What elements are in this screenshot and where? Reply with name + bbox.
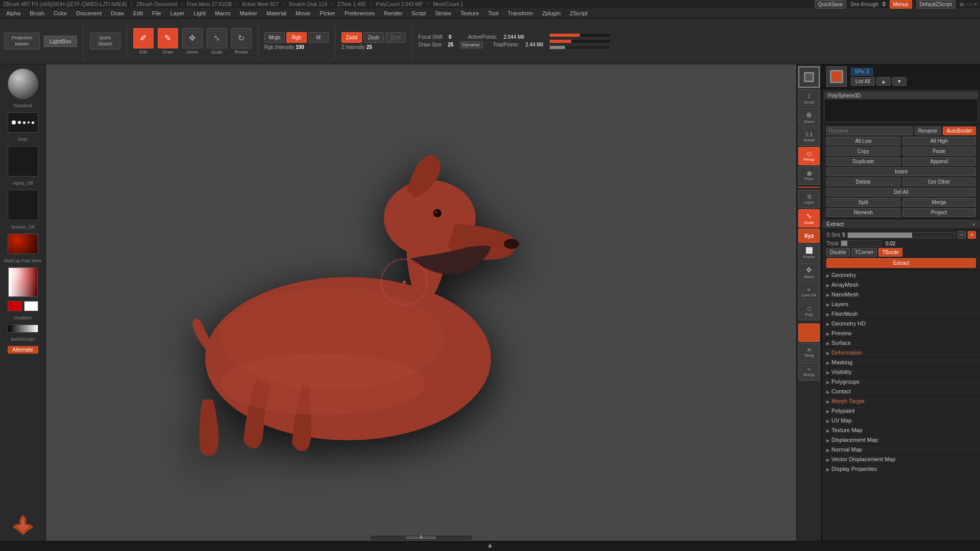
menu-brush[interactable]: Brush: [26, 9, 48, 17]
draw-button[interactable]: ✎: [158, 28, 178, 48]
split-button[interactable]: Split: [826, 198, 900, 207]
menus-button[interactable]: Menus: [890, 0, 912, 9]
actual-button[interactable]: 1:1 Actual: [798, 128, 820, 146]
line-fill-button[interactable]: ≡ Line Fill: [798, 283, 820, 301]
mrgb-button[interactable]: Mrgb: [264, 32, 285, 43]
secondary-color-swatch[interactable]: [24, 301, 38, 311]
z-intensity-slider[interactable]: [549, 45, 610, 49]
zcut-button[interactable]: Zcut: [385, 32, 406, 43]
dynamic-button[interactable]: Dynamic: [460, 41, 483, 48]
copy-button[interactable]: Copy: [826, 147, 900, 156]
auto-border-btn[interactable]: AutoBorder: [943, 127, 976, 135]
section-display-properties[interactable]: Display Properties: [822, 464, 980, 474]
section-texture-map[interactable]: Texture Map: [822, 425, 980, 435]
section-arraymesh[interactable]: ArrayMesh: [822, 280, 980, 290]
material-thumbnail[interactable]: [8, 68, 38, 99]
primary-color-swatch[interactable]: [8, 301, 22, 311]
all-high-button[interactable]: All High: [902, 137, 976, 145]
scale-button[interactable]: ⤡: [207, 28, 227, 48]
section-normal-map[interactable]: Normal Map: [822, 445, 980, 455]
menu-movie[interactable]: Movie: [291, 9, 314, 17]
active-tool-icon[interactable]: [826, 66, 847, 87]
section-nanomesh[interactable]: NanoMesh: [822, 290, 980, 299]
bump-button[interactable]: ∿ Bump: [798, 362, 820, 381]
default-script-button[interactable]: DefaultZScript: [916, 0, 955, 9]
alternate-button[interactable]: Alternate: [8, 346, 38, 354]
menu-render[interactable]: Render: [380, 9, 406, 17]
menu-stroke[interactable]: Stroke: [431, 9, 455, 17]
menu-script[interactable]: Script: [407, 9, 430, 17]
section-uv-map[interactable]: UV Map: [822, 416, 980, 425]
frame-button[interactable]: ⬜ Frame: [798, 244, 820, 262]
tcorner-button[interactable]: TCorner: [851, 248, 877, 257]
texture-preview[interactable]: [8, 190, 38, 220]
scroll-up-button[interactable]: ▲: [876, 77, 891, 86]
section-geometry-hd[interactable]: Geometry HD: [822, 319, 980, 329]
get-other-button[interactable]: Get Other: [902, 178, 976, 186]
menu-picker[interactable]: Picker: [315, 9, 339, 17]
menu-draw[interactable]: Draw: [107, 9, 128, 17]
double-button[interactable]: Double: [826, 248, 850, 257]
color-spectrum[interactable]: [8, 267, 38, 297]
menu-document[interactable]: Document: [72, 9, 106, 17]
rgb-button[interactable]: Rgb: [286, 32, 307, 43]
persp-button[interactable]: ⬡ Persp: [798, 147, 820, 165]
laym-button[interactable]: ☰ Laym: [798, 190, 820, 208]
section-vector-displacement[interactable]: Vector Displacement Map: [822, 455, 980, 464]
section-deformation[interactable]: Deformation: [822, 348, 980, 358]
rotate-button[interactable]: ↻: [231, 28, 252, 48]
poly-button[interactable]: ⬡ Poly: [798, 302, 820, 320]
section-masking[interactable]: Masking: [822, 358, 980, 367]
insert-button[interactable]: Insert: [826, 167, 976, 176]
menu-marker[interactable]: Marker: [236, 9, 261, 17]
section-contact[interactable]: Contact: [822, 387, 980, 396]
subtool-scroll[interactable]: PolySphere3D: [824, 91, 978, 122]
menu-light[interactable]: Light: [189, 9, 210, 17]
tborder-button[interactable]: TBorde: [878, 248, 902, 257]
section-polypaint[interactable]: Polypaint: [822, 406, 980, 416]
section-layers[interactable]: Layers: [822, 299, 980, 309]
floor-button[interactable]: ▦ Floor: [798, 166, 820, 185]
menu-color[interactable]: Color: [50, 9, 71, 17]
quicksave-button[interactable]: QuickSave: [815, 0, 846, 9]
duplicate-button[interactable]: Duplicate: [826, 157, 900, 166]
section-fibermesh[interactable]: FiberMesh: [822, 309, 980, 319]
extract-button[interactable]: Extract: [826, 258, 976, 268]
section-displacement-map[interactable]: Displacement Map: [822, 435, 980, 445]
color-swatch-rt[interactable]: [798, 323, 820, 342]
move-button[interactable]: ✥: [182, 28, 203, 48]
project-button[interactable]: Project: [902, 208, 976, 217]
zoom-button[interactable]: ⊕ Zoom: [798, 108, 820, 127]
dots-preview[interactable]: [8, 112, 38, 133]
remesh-button[interactable]: Remesh: [826, 208, 900, 217]
scroll-button[interactable]: ↕ Scroll: [798, 89, 820, 107]
menu-tool[interactable]: Tool: [484, 9, 502, 17]
section-morph-target[interactable]: Morph Target: [822, 396, 980, 406]
menu-texture[interactable]: Texture: [456, 9, 483, 17]
del-all-button[interactable]: Del All: [826, 188, 976, 196]
zsub-button[interactable]: Zsub: [363, 32, 384, 43]
gradient-bar[interactable]: [8, 324, 38, 333]
section-geometry[interactable]: Geometry: [822, 270, 980, 280]
menu-material[interactable]: Material: [262, 9, 290, 17]
menu-macro[interactable]: Macro: [211, 9, 235, 17]
quick-sketch-button[interactable]: Quick Sketch: [90, 33, 120, 49]
s-smt-plus[interactable]: +: [968, 231, 976, 239]
scroll-down-button[interactable]: ▼: [892, 77, 906, 86]
rename-input[interactable]: [826, 127, 913, 135]
tamp-button[interactable]: ≋ Tamp: [798, 343, 820, 361]
paste-button[interactable]: Paste: [902, 147, 976, 156]
projection-master-button[interactable]: Projection Master: [4, 33, 40, 49]
lightbox-button[interactable]: LightBox: [44, 36, 77, 47]
edit-button[interactable]: ✐: [133, 28, 154, 48]
menu-layer[interactable]: Layer: [166, 9, 189, 17]
move-rt-button[interactable]: ✥ Move: [798, 263, 820, 282]
scale-rt-button[interactable]: ⤡ Scale: [798, 209, 820, 228]
s-smt-minus[interactable]: −: [958, 231, 966, 239]
alpha-preview[interactable]: [8, 146, 38, 177]
all-low-button[interactable]: All Low: [826, 137, 900, 145]
draw-size-slider[interactable]: [549, 39, 610, 43]
section-surface[interactable]: Surface: [822, 338, 980, 348]
focal-shift-slider[interactable]: [549, 33, 610, 37]
auto-border-button[interactable]: Rename: [915, 127, 941, 135]
